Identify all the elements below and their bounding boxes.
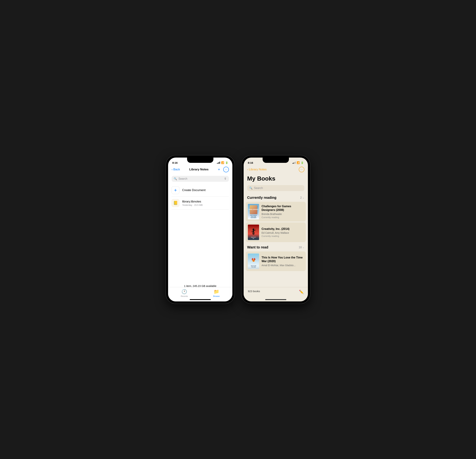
svg-line-3 xyxy=(252,231,253,232)
bar2 xyxy=(218,163,218,164)
back-button-1[interactable]: ‹ Back xyxy=(172,168,180,171)
section-title-reading: Currently reading xyxy=(247,196,276,200)
plus-icon: + xyxy=(174,187,177,193)
tab-recents[interactable]: 🕐 Recents xyxy=(181,289,188,297)
signal-bars-2 xyxy=(292,162,296,164)
libnotes-file-icon: 📒 xyxy=(172,199,179,207)
book-info-challenges: Challenges for Games Designers (2008) Br… xyxy=(262,205,304,219)
back-label-2: Library Notes xyxy=(249,168,267,171)
recents-label: Recents xyxy=(181,295,188,297)
nav-bar-2: ‹ Library Notes ··· xyxy=(244,165,308,174)
wifi-icon-2: 📶 xyxy=(297,161,300,164)
time-1: 8:16 xyxy=(172,161,178,164)
book-author-challenges: Brenda Brathwaite xyxy=(262,213,304,215)
signal-bars-1 xyxy=(217,162,220,164)
file-emoji-icon: 📒 xyxy=(173,201,178,205)
section-want-to-read: Want to read 18 ⌄ xyxy=(244,243,308,251)
section-count-reading: 2 ⌄ xyxy=(300,196,304,199)
book-status-challenges: Currently reading xyxy=(262,216,304,219)
status-icons-2: 📶 🔋 xyxy=(292,161,304,164)
svg-rect-5 xyxy=(254,232,255,235)
section-title-wtr: Want to read xyxy=(247,245,268,249)
svg-point-0 xyxy=(253,229,254,230)
books-count: 923 books xyxy=(248,290,260,293)
bar4-2 xyxy=(295,162,296,164)
book-cover-timewar: 🐦‍🔥 THIS IS HOWYOU LOSE xyxy=(248,254,259,269)
search-placeholder-2: Search xyxy=(254,187,302,190)
tab-browse[interactable]: 📁 Browse xyxy=(213,289,220,297)
edit-icon[interactable]: ✏️ xyxy=(299,290,304,294)
libnotes-sub: Yesterday · 15.5 MB xyxy=(182,204,203,206)
wifi-icon-1: 📶 xyxy=(221,161,224,164)
page-title: My Books xyxy=(244,174,308,184)
notch xyxy=(187,157,213,163)
battery-icon-2: 🔋 xyxy=(301,161,304,164)
book-info-timewar: This Is How You Lose the Time War (2020)… xyxy=(262,256,304,267)
svg-rect-1 xyxy=(253,230,254,232)
notch-2 xyxy=(263,157,289,163)
list-item-create[interactable]: + Create Document xyxy=(172,184,229,197)
phone-library: 8:16 📶 🔋 ‹ Library Notes ··· xyxy=(241,156,310,303)
book-item-creativity[interactable]: CREATIVITYINC Creativity, Inc. (2014) Ed… xyxy=(246,222,306,242)
search-bar-1[interactable]: 🔍 Search 🎙 xyxy=(172,176,229,182)
nav-title-1: Library Notes xyxy=(189,168,209,171)
section-count-wtr: 18 ⌄ xyxy=(299,246,304,249)
book-author-creativity: Ed Catmull, Amy Wallace xyxy=(262,231,289,234)
time-2: 8:16 xyxy=(248,161,253,164)
search-icon-2: 🔍 xyxy=(249,187,253,190)
book-title-timewar: This Is How You Lose the Time War (2020) xyxy=(262,256,304,263)
home-indicator-2 xyxy=(265,299,286,300)
nav-actions-1: + ··· xyxy=(218,167,229,172)
chevron-left-icon-1: ‹ xyxy=(172,168,173,171)
book-item-timewar[interactable]: 🐦‍🔥 THIS IS HOWYOU LOSE This Is How You … xyxy=(246,251,306,271)
chevron-down-reading: ⌄ xyxy=(302,196,304,199)
add-icon-1[interactable]: + xyxy=(218,167,220,172)
svg-rect-4 xyxy=(252,232,254,235)
book-item-challenges[interactable]: CHALLENGES CHALLENGESFOR GAMEDESIGNERS C… xyxy=(246,202,306,221)
file-list: + Create Document 📒 library.libnotes Yes… xyxy=(168,184,232,210)
bar3 xyxy=(219,162,219,164)
more-button-2[interactable]: ··· xyxy=(299,167,304,172)
home-indicator-1 xyxy=(190,299,211,300)
book-title-creativity: Creativity, Inc. (2014) xyxy=(262,227,289,231)
book-info-creativity: Creativity, Inc. (2014) Ed Catmull, Amy … xyxy=(262,227,289,238)
list-item-libnotes[interactable]: 📒 library.libnotes Yesterday · 15.5 MB xyxy=(172,197,229,210)
status-icons-1: 📶 🔋 xyxy=(217,161,228,164)
section-currently-reading: Currently reading 2 ⌄ xyxy=(244,193,308,201)
chevron-left-icon-2: ‹ xyxy=(247,168,248,171)
book-status-creativity: Currently reading xyxy=(262,235,289,238)
browse-label: Browse xyxy=(213,295,220,297)
book-cover-creativity: CREATIVITYINC xyxy=(248,225,259,240)
create-doc-icon: + xyxy=(172,186,179,194)
mic-icon-1[interactable]: 🎙 xyxy=(224,177,227,180)
back-label-1: Back xyxy=(173,168,180,171)
battery-icon-1: 🔋 xyxy=(225,161,228,164)
libnotes-title: library.libnotes xyxy=(182,200,203,203)
search-placeholder-1: Search xyxy=(178,177,222,180)
bar1-2 xyxy=(292,163,293,164)
conductor-svg xyxy=(251,229,256,236)
back-button-2[interactable]: ‹ Library Notes xyxy=(247,168,267,171)
bar2-2 xyxy=(293,163,294,164)
book-author-timewar: Amal El-Mohtar, Max Gladsto... xyxy=(262,264,304,267)
phone-files: 8:16 📶 🔋 ‹ Back Library Notes + xyxy=(166,156,235,303)
nav-bar-1: ‹ Back Library Notes + ··· xyxy=(168,165,232,174)
create-doc-info: Create Document xyxy=(182,189,205,192)
more-icon-1: ··· xyxy=(225,168,227,171)
bar1 xyxy=(217,163,217,164)
bar3-2 xyxy=(294,162,295,164)
book-cover-challenges: CHALLENGES CHALLENGESFOR GAMEDESIGNERS xyxy=(248,204,259,219)
libnotes-info: library.libnotes Yesterday · 15.5 MB xyxy=(182,200,203,206)
create-doc-title: Create Document xyxy=(182,189,205,192)
search-icon-1: 🔍 xyxy=(174,177,177,180)
chevron-down-wtr: ⌄ xyxy=(302,246,304,249)
browse-icon: 📁 xyxy=(213,289,219,295)
bar4 xyxy=(220,162,220,164)
recents-icon: 🕐 xyxy=(181,289,187,295)
more-button-1[interactable]: ··· xyxy=(223,167,229,172)
book-title-challenges: Challenges for Games Designers (2008) xyxy=(262,205,304,212)
search-bar-2[interactable]: 🔍 Search xyxy=(247,185,304,191)
more-icon-2: ··· xyxy=(300,168,303,171)
